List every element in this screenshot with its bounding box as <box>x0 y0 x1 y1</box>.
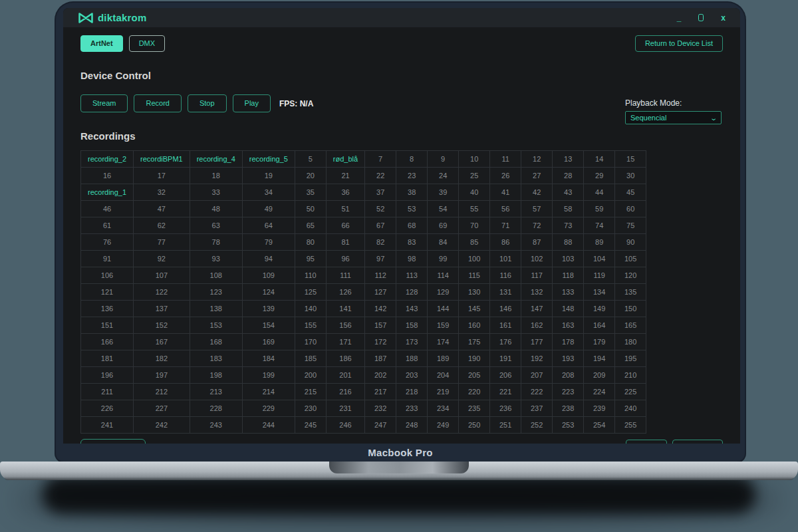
maximize-button[interactable] <box>698 14 704 21</box>
grid-cell[interactable]: 34 <box>242 184 295 201</box>
grid-cell[interactable]: 192 <box>521 350 553 367</box>
grid-cell[interactable]: 194 <box>584 350 615 367</box>
grid-cell[interactable]: 12 <box>521 151 553 168</box>
grid-cell[interactable]: 195 <box>615 350 646 367</box>
grid-cell[interactable]: 23 <box>396 168 428 184</box>
grid-cell[interactable]: 149 <box>584 301 615 317</box>
grid-cell[interactable]: 176 <box>490 334 521 350</box>
grid-cell[interactable]: 109 <box>242 267 295 284</box>
grid-cell[interactable]: 143 <box>396 301 428 317</box>
grid-cell[interactable]: 161 <box>490 317 521 334</box>
grid-cell[interactable]: 167 <box>134 334 190 350</box>
grid-cell-recording[interactable]: recording_5 <box>242 151 295 168</box>
grid-cell[interactable]: 230 <box>295 400 326 417</box>
grid-cell[interactable]: 54 <box>428 201 459 217</box>
grid-cell[interactable]: 89 <box>584 234 615 251</box>
grid-cell[interactable]: 186 <box>326 350 364 367</box>
grid-cell[interactable]: 96 <box>326 251 364 267</box>
grid-cell[interactable]: 147 <box>521 301 553 317</box>
grid-cell[interactable]: 152 <box>134 317 190 334</box>
grid-cell[interactable]: 138 <box>190 301 242 317</box>
grid-cell[interactable]: 203 <box>396 367 428 384</box>
grid-cell[interactable]: 92 <box>134 251 190 267</box>
grid-cell[interactable]: 13 <box>553 151 584 168</box>
grid-cell[interactable]: 98 <box>396 251 428 267</box>
grid-cell[interactable]: 250 <box>459 417 490 434</box>
grid-cell[interactable]: 232 <box>365 400 396 417</box>
grid-cell-recording[interactable]: recording_2 <box>81 151 134 168</box>
grid-cell[interactable]: 53 <box>396 201 428 217</box>
grid-cell[interactable]: 244 <box>242 417 295 434</box>
grid-cell[interactable]: 19 <box>242 168 295 184</box>
grid-cell[interactable]: 202 <box>365 367 396 384</box>
grid-cell[interactable]: 222 <box>521 384 553 400</box>
grid-cell[interactable]: 75 <box>615 217 646 234</box>
grid-cell[interactable]: 217 <box>365 384 396 400</box>
maximize-grid-button[interactable]: Maximize Grid <box>80 439 146 444</box>
grid-cell[interactable]: 106 <box>81 267 134 284</box>
grid-cell[interactable]: 116 <box>490 267 521 284</box>
grid-cell[interactable]: 46 <box>81 201 134 217</box>
grid-cell[interactable]: 128 <box>396 284 428 301</box>
grid-cell[interactable]: 168 <box>190 334 242 350</box>
grid-cell[interactable]: 15 <box>615 151 646 168</box>
grid-cell[interactable]: 120 <box>615 267 646 284</box>
grid-cell[interactable]: 64 <box>242 217 295 234</box>
playback-mode-select[interactable]: Sequencial ⌄ <box>625 111 722 124</box>
grid-cell[interactable]: 113 <box>396 267 428 284</box>
grid-cell[interactable]: 80 <box>295 234 326 251</box>
grid-cell[interactable]: 112 <box>365 267 396 284</box>
grid-cell[interactable]: 249 <box>428 417 459 434</box>
grid-cell[interactable]: 191 <box>490 350 521 367</box>
grid-cell[interactable]: 134 <box>584 284 615 301</box>
grid-cell[interactable]: 235 <box>459 400 490 417</box>
grid-cell[interactable]: 177 <box>521 334 553 350</box>
grid-cell[interactable]: 180 <box>615 334 646 350</box>
grid-cell[interactable]: 172 <box>365 334 396 350</box>
grid-cell[interactable]: 231 <box>326 400 364 417</box>
grid-cell[interactable]: 182 <box>134 350 190 367</box>
grid-cell[interactable]: 25 <box>459 168 490 184</box>
grid-cell[interactable]: 229 <box>242 400 295 417</box>
grid-cell[interactable]: 28 <box>553 168 584 184</box>
grid-cell[interactable]: 132 <box>521 284 553 301</box>
grid-cell[interactable]: 39 <box>428 184 459 201</box>
grid-cell[interactable]: 223 <box>553 384 584 400</box>
grid-cell[interactable]: 48 <box>190 201 242 217</box>
grid-cell[interactable]: 94 <box>242 251 295 267</box>
close-button[interactable]: x <box>721 13 726 23</box>
grid-cell[interactable]: 67 <box>365 217 396 234</box>
grid-cell[interactable]: 9 <box>428 151 459 168</box>
grid-cell[interactable]: 184 <box>242 350 295 367</box>
grid-cell[interactable]: 124 <box>242 284 295 301</box>
grid-cell[interactable]: 36 <box>326 184 364 201</box>
grid-cell[interactable]: 218 <box>396 384 428 400</box>
record-button[interactable]: Record <box>134 94 181 112</box>
grid-cell[interactable]: 7 <box>365 151 396 168</box>
grid-cell[interactable]: 83 <box>396 234 428 251</box>
grid-cell[interactable]: 105 <box>615 251 646 267</box>
stream-button[interactable]: Stream <box>80 94 128 112</box>
grid-cell[interactable]: 196 <box>81 367 134 384</box>
grid-cell[interactable]: 245 <box>295 417 326 434</box>
grid-cell[interactable]: 179 <box>584 334 615 350</box>
grid-cell[interactable]: 117 <box>521 267 553 284</box>
grid-cell[interactable]: 226 <box>81 400 134 417</box>
grid-cell[interactable]: 24 <box>428 168 459 184</box>
grid-cell[interactable]: 224 <box>584 384 615 400</box>
grid-cell[interactable]: 164 <box>584 317 615 334</box>
grid-cell[interactable]: 56 <box>490 201 521 217</box>
grid-cell[interactable]: 76 <box>81 234 134 251</box>
grid-cell[interactable]: 5 <box>295 151 326 168</box>
grid-cell[interactable]: 200 <box>295 367 326 384</box>
grid-cell[interactable]: 181 <box>81 350 134 367</box>
grid-cell[interactable]: 211 <box>81 384 134 400</box>
grid-cell[interactable]: 41 <box>490 184 521 201</box>
grid-cell[interactable]: 11 <box>490 151 521 168</box>
stop-button[interactable]: Stop <box>188 94 227 112</box>
grid-cell[interactable]: 241 <box>81 417 134 434</box>
grid-cell[interactable]: 142 <box>365 301 396 317</box>
grid-cell[interactable]: 214 <box>242 384 295 400</box>
grid-cell[interactable]: 146 <box>490 301 521 317</box>
grid-cell[interactable]: 240 <box>615 400 646 417</box>
